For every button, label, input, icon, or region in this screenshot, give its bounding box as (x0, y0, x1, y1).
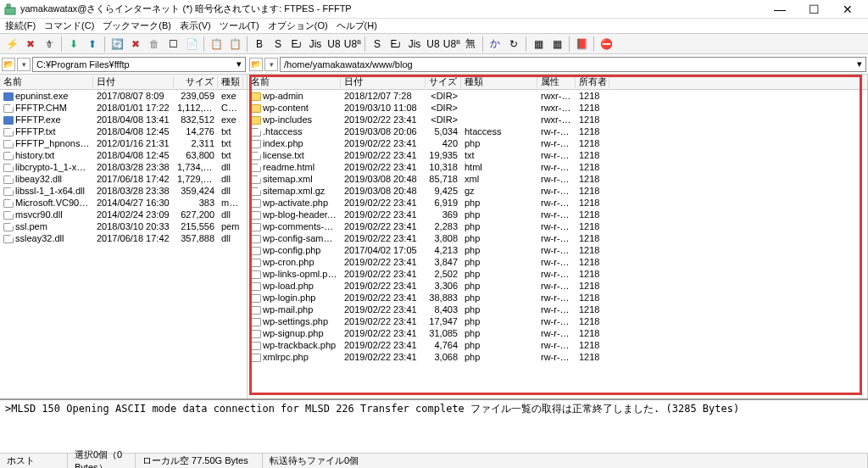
list-item[interactable]: wp-config-sample.php2019/02/22 23:413,80… (248, 232, 867, 244)
maximize-button[interactable]: ☐ (797, 3, 831, 16)
local-up-button[interactable]: 📂 (2, 58, 15, 71)
list-item[interactable]: wp-cron.php2019/02/22 23:413,847phprw-r-… (248, 256, 867, 268)
list-item[interactable]: index.php2019/02/22 23:41420phprw-r--r--… (248, 137, 867, 149)
local-file-list[interactable]: epuninst.exe2017/08/07 8:09239,059exeFFF… (0, 90, 247, 398)
toolbar-button[interactable]: 無 (462, 36, 479, 53)
list-item[interactable]: ssleay32.dll2017/06/18 17:42357,888dll (0, 232, 247, 244)
toolbar-button[interactable]: ⬇ (65, 36, 82, 53)
column-header[interactable]: 種類 (218, 75, 243, 88)
toolbar-button[interactable]: ▦ (530, 36, 547, 53)
toolbar-button[interactable]: B (251, 36, 268, 53)
list-item[interactable]: wp-includes2019/02/22 23:41<DIR>rwxr-xr.… (248, 114, 867, 125)
file-icon (3, 199, 14, 208)
column-header[interactable]: サイズ (426, 75, 461, 88)
toolbar-button[interactable]: 🗡 (41, 36, 58, 53)
remote-up-button[interactable]: 📂 (249, 58, 263, 71)
list-item[interactable]: ssl.pem2018/03/10 20:33215,556pem (0, 220, 247, 232)
menu-item[interactable]: 接続(F) (5, 20, 36, 32)
toolbar-button[interactable]: Jis (307, 36, 324, 53)
menu-item[interactable]: ヘルプ(H) (337, 20, 377, 32)
list-item[interactable]: libcrypto-1_1-x64.dll2018/03/28 23:381,7… (0, 161, 247, 173)
menu-item[interactable]: 表示(V) (180, 20, 211, 32)
menu-item[interactable]: ツール(T) (220, 20, 259, 32)
toolbar-button[interactable]: ✖ (22, 36, 39, 53)
toolbar-button[interactable]: U8 (425, 36, 442, 53)
menu-item[interactable]: ブックマーク(B) (103, 20, 171, 32)
list-item[interactable]: wp-comments-post.p...2019/02/22 23:412,2… (248, 220, 867, 232)
toolbar-button[interactable]: ✖ (127, 36, 144, 53)
list-item[interactable]: wp-links-opml.php2019/02/22 23:412,502ph… (248, 268, 867, 280)
remote-history-button[interactable] (264, 58, 278, 71)
toolbar-button[interactable]: ⚡ (3, 36, 20, 53)
menu-item[interactable]: コマンド(C) (44, 20, 94, 32)
list-item[interactable]: wp-trackback.php2019/02/22 23:414,764php… (248, 339, 867, 351)
column-header[interactable]: サイズ (174, 75, 218, 88)
toolbar-button[interactable]: Jis (406, 36, 423, 53)
local-history-button[interactable] (17, 58, 31, 71)
toolbar-button[interactable]: U8 (326, 36, 342, 53)
statusbar: ホスト 選択0個（0 Bytes） ローカル空 77.50G Bytes 転送待… (0, 453, 868, 468)
list-item[interactable]: msvcr90.dll2014/02/24 23:09627,200dll (0, 209, 247, 220)
list-item[interactable]: readme.html2019/02/22 23:4110,318htmlrw-… (248, 161, 867, 173)
list-item[interactable]: libeay32.dll2017/06/18 17:421,729,536dll (0, 173, 247, 185)
toolbar-button[interactable]: Eᴊ (387, 36, 404, 53)
toolbar-button[interactable]: か (487, 36, 504, 53)
column-header[interactable]: 名前 (0, 75, 93, 88)
toolbar-button[interactable]: ☐ (164, 36, 181, 53)
list-item[interactable]: FFFTP_hpnonstop.txt2012/01/16 21:312,311… (0, 137, 247, 149)
list-item[interactable]: wp-mail.php2019/02/22 23:418,403phprw-r-… (248, 304, 867, 315)
list-item[interactable]: wp-activate.php2019/02/22 23:416,919phpr… (248, 197, 867, 209)
list-item[interactable]: wp-content2019/03/10 11:08<DIR>rwxr-xr..… (248, 102, 867, 114)
toolbar-button[interactable]: U8ᴮ (344, 36, 361, 53)
toolbar-button[interactable]: 📄 (183, 36, 200, 53)
list-item[interactable]: license.txt2019/02/22 23:4119,935txtrw-r… (248, 149, 867, 161)
toolbar-button[interactable]: 📋 (208, 36, 225, 53)
toolbar-button[interactable]: 📕 (573, 36, 590, 53)
toolbar-button[interactable]: Eᴊ (288, 36, 305, 53)
toolbar-button[interactable]: U8ᴮ (443, 36, 460, 53)
toolbar-button[interactable]: 🗑 (146, 36, 163, 53)
list-item[interactable]: FFFTP.exe2018/04/08 13:41832,512exe (0, 114, 247, 125)
list-item[interactable]: wp-login.php2019/02/22 23:4138,883phprw-… (248, 292, 867, 304)
toolbar-button[interactable]: S (270, 36, 287, 53)
remote-path-combo[interactable]: /home/yamakawatax/www/blog ▾ (280, 57, 866, 72)
local-path-combo[interactable]: C:¥Program Files¥ffftp ▾ (32, 57, 246, 72)
list-item[interactable]: wp-admin2018/12/07 7:28<DIR>rwxr-xr...12… (248, 90, 867, 102)
column-header[interactable]: 名前 (248, 75, 341, 88)
list-item[interactable]: wp-blog-header.php2019/02/22 23:41369php… (248, 209, 867, 220)
list-item[interactable]: sitemap.xml.gz2019/03/08 20:489,425gzrw-… (248, 185, 867, 197)
toolbar-button[interactable]: ▦ (548, 36, 565, 53)
toolbar-button[interactable]: ⬆ (84, 36, 101, 53)
file-icon (251, 152, 261, 160)
toolbar-button[interactable]: ⛔ (598, 36, 615, 53)
column-header[interactable]: 日付 (93, 75, 174, 88)
list-item[interactable]: history.txt2018/04/08 12:4563,800txt (0, 149, 247, 161)
list-item[interactable]: libssl-1_1-x64.dll2018/03/28 23:38359,42… (0, 185, 247, 197)
toolbar-button[interactable]: ↻ (505, 36, 522, 53)
list-item[interactable]: sitemap.xml2019/03/08 20:4885,718xmlrw-r… (248, 173, 867, 185)
list-item[interactable]: xmlrpc.php2019/02/22 23:413,068phprw-r--… (248, 351, 867, 363)
log-panel[interactable]: >MLSD 150 Opening ASCII mode data connec… (0, 398, 868, 453)
column-header[interactable]: 日付 (341, 75, 426, 88)
file-icon (3, 140, 14, 148)
column-header[interactable]: 所有者 (576, 75, 609, 88)
list-item[interactable]: wp-load.php2019/02/22 23:413,306phprw-r-… (248, 280, 867, 292)
list-item[interactable]: FFFTP.txt2018/04/08 12:4514,276txt (0, 125, 247, 137)
toolbar-button[interactable]: 📋 (226, 36, 243, 53)
list-item[interactable]: epuninst.exe2017/08/07 8:09239,059exe (0, 90, 247, 102)
close-button[interactable]: ✕ (831, 3, 865, 16)
list-item[interactable]: wp-settings.php2019/02/22 23:4117,947php… (248, 315, 867, 327)
remote-file-list[interactable]: wp-admin2018/12/07 7:28<DIR>rwxr-xr...12… (248, 90, 867, 398)
list-item[interactable]: wp-config.php2017/04/02 17:054,213phprw-… (248, 244, 867, 256)
column-header[interactable]: 種類 (461, 75, 537, 88)
list-item[interactable]: wp-signup.php2019/02/22 23:4131,085phprw… (248, 327, 867, 339)
list-item[interactable]: FFFTP.CHM2018/01/01 17:221,112,058CH... (0, 102, 247, 114)
menu-item[interactable]: オプション(O) (268, 20, 328, 32)
toolbar-button[interactable]: 🔄 (108, 36, 125, 53)
list-item[interactable]: Microsoft.VC90.CRT.m...2014/04/27 16:303… (0, 197, 247, 209)
toolbar-button[interactable]: S (369, 36, 386, 53)
column-header[interactable]: 属性 (537, 75, 576, 88)
local-pane: 名前日付サイズ種類 epuninst.exe2017/08/07 8:09239… (0, 75, 248, 398)
list-item[interactable]: .htaccess2019/03/08 20:065,034htaccessrw… (248, 125, 867, 137)
minimize-button[interactable]: — (763, 3, 797, 16)
